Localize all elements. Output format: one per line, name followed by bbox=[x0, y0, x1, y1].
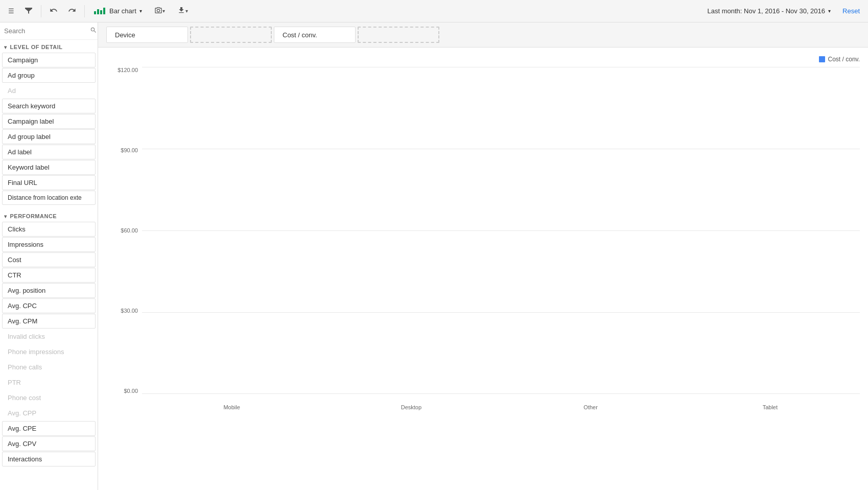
filter-icon bbox=[25, 6, 33, 16]
chart-legend: Cost / conv. bbox=[106, 56, 860, 63]
sidebar-item-campaign[interactable]: Campaign bbox=[2, 53, 96, 67]
filter-chip-empty-2[interactable] bbox=[358, 27, 439, 43]
separator-2 bbox=[84, 5, 85, 17]
separator-1 bbox=[41, 5, 41, 17]
filter-chip-device-label: Device bbox=[115, 31, 135, 39]
filter-chip-empty-1[interactable] bbox=[190, 27, 272, 43]
menu-button[interactable]: ☰ bbox=[4, 3, 18, 19]
sidebar-item-avg-cpm[interactable]: Avg. CPM bbox=[2, 314, 96, 329]
x-label-other: Other bbox=[501, 394, 681, 414]
bar-chart-button[interactable]: Bar chart ▾ bbox=[89, 3, 147, 19]
redo-icon bbox=[68, 6, 76, 16]
filter-chips-row: Device Cost / conv. bbox=[98, 22, 868, 48]
camera-chevron: ▾ bbox=[162, 8, 165, 14]
sidebar-item-search-keyword[interactable]: Search keyword bbox=[2, 99, 96, 113]
sidebar-item-interactions[interactable]: Interactions bbox=[2, 452, 96, 466]
sidebar-item-ptr[interactable]: PTR bbox=[2, 375, 96, 390]
sidebar-item-phone-cost[interactable]: Phone cost bbox=[2, 390, 96, 405]
download-icon bbox=[177, 6, 185, 16]
bar-chart-icon bbox=[94, 8, 105, 14]
y-label-120: $120.00 bbox=[118, 67, 138, 73]
sidebar: ▾ LEVEL OF DETAIL Campaign Ad group Ad S… bbox=[0, 22, 98, 490]
sidebar-item-avg-cpp[interactable]: Avg. CPP bbox=[2, 406, 96, 421]
x-label-mobile: Mobile bbox=[142, 394, 321, 414]
sidebar-item-impressions[interactable]: Impressions bbox=[2, 237, 96, 252]
sidebar-item-avg-cpv[interactable]: Avg. CPV bbox=[2, 436, 96, 451]
main-layout: ▾ LEVEL OF DETAIL Campaign Ad group Ad S… bbox=[0, 22, 868, 490]
x-label-tablet: Tablet bbox=[681, 394, 860, 414]
sidebar-item-campaign-label[interactable]: Campaign label bbox=[2, 114, 96, 129]
section-performance-collapse-icon[interactable]: ▾ bbox=[4, 214, 7, 219]
sidebar-item-invalid-clicks[interactable]: Invalid clicks bbox=[2, 329, 96, 344]
section-title-performance: PERFORMANCE bbox=[10, 213, 57, 219]
date-range-chevron: ▾ bbox=[828, 8, 831, 14]
sidebar-item-avg-cpc[interactable]: Avg. CPC bbox=[2, 298, 96, 313]
y-label-0: $0.00 bbox=[124, 388, 138, 394]
sidebar-item-phone-calls[interactable]: Phone calls bbox=[2, 360, 96, 375]
chart-plot bbox=[142, 67, 860, 394]
section-collapse-icon[interactable]: ▾ bbox=[4, 44, 7, 50]
download-chevron: ▾ bbox=[185, 8, 188, 14]
bar-chart-label: Bar chart bbox=[109, 7, 136, 15]
chart-content: Cost / conv. $120.00 $90.00 $60.00 $30.0… bbox=[98, 48, 868, 490]
sidebar-item-phone-impressions[interactable]: Phone impressions bbox=[2, 344, 96, 359]
camera-icon bbox=[154, 6, 162, 16]
legend-dot bbox=[819, 56, 825, 62]
sidebar-item-avg-position[interactable]: Avg. position bbox=[2, 283, 96, 298]
chart-area: Device Cost / conv. Cost / conv. $120.00… bbox=[98, 22, 868, 490]
x-label-desktop: Desktop bbox=[321, 394, 501, 414]
chart-wrapper: $120.00 $90.00 $60.00 $30.00 $0.00 bbox=[106, 67, 860, 414]
date-range-button[interactable]: Last month: Nov 1, 2016 - Nov 30, 2016 ▾ bbox=[702, 3, 837, 19]
sidebar-item-ad-group[interactable]: Ad group bbox=[2, 68, 96, 83]
sidebar-item-ctr[interactable]: CTR bbox=[2, 268, 96, 283]
bars-container bbox=[142, 67, 860, 394]
sidebar-search-container bbox=[0, 22, 98, 40]
sidebar-item-keyword-label[interactable]: Keyword label bbox=[2, 160, 96, 175]
sidebar-item-cost[interactable]: Cost bbox=[2, 252, 96, 267]
section-header-performance: ▾ PERFORMANCE bbox=[0, 209, 98, 221]
filter-chip-cost-conv[interactable]: Cost / conv. bbox=[274, 27, 356, 43]
sidebar-item-ad-label[interactable]: Ad label bbox=[2, 145, 96, 159]
menu-icon: ☰ bbox=[8, 7, 14, 15]
redo-button[interactable] bbox=[64, 3, 80, 19]
sidebar-item-ad[interactable]: Ad bbox=[2, 83, 96, 98]
sidebar-item-avg-cpe[interactable]: Avg. CPE bbox=[2, 421, 96, 436]
filter-button[interactable] bbox=[20, 3, 37, 19]
sidebar-item-final-url[interactable]: Final URL bbox=[2, 175, 96, 190]
y-label-60: $60.00 bbox=[121, 227, 138, 234]
search-input[interactable] bbox=[4, 27, 90, 35]
section-title-level-of-detail: LEVEL OF DETAIL bbox=[10, 44, 63, 50]
section-header-level-of-detail: ▾ LEVEL OF DETAIL bbox=[0, 40, 98, 52]
camera-button[interactable]: ▾ bbox=[149, 3, 170, 19]
search-icon bbox=[90, 27, 97, 35]
legend-label: Cost / conv. bbox=[828, 56, 860, 63]
undo-button[interactable] bbox=[45, 3, 62, 19]
filter-chip-device[interactable]: Device bbox=[106, 27, 188, 43]
sidebar-item-distance[interactable]: Distance from location exte bbox=[2, 191, 96, 205]
toolbar: ☰ Bar chart ▾ ▾ ▾ bbox=[0, 0, 868, 22]
undo-icon bbox=[50, 6, 58, 16]
filter-chip-cost-conv-label: Cost / conv. bbox=[283, 31, 317, 39]
download-button[interactable]: ▾ bbox=[172, 3, 193, 19]
y-label-30: $30.00 bbox=[121, 308, 138, 314]
reset-button[interactable]: Reset bbox=[838, 4, 864, 18]
y-axis: $120.00 $90.00 $60.00 $30.00 $0.00 bbox=[106, 67, 142, 394]
reset-label: Reset bbox=[842, 7, 860, 15]
sidebar-item-clicks[interactable]: Clicks bbox=[2, 222, 96, 237]
date-range-label: Last month: Nov 1, 2016 - Nov 30, 2016 bbox=[708, 7, 826, 15]
y-label-90: $90.00 bbox=[121, 147, 138, 153]
sidebar-item-ad-group-label[interactable]: Ad group label bbox=[2, 129, 96, 144]
bar-chart-chevron: ▾ bbox=[139, 8, 142, 14]
x-axis: Mobile Desktop Other Tablet bbox=[142, 394, 860, 414]
